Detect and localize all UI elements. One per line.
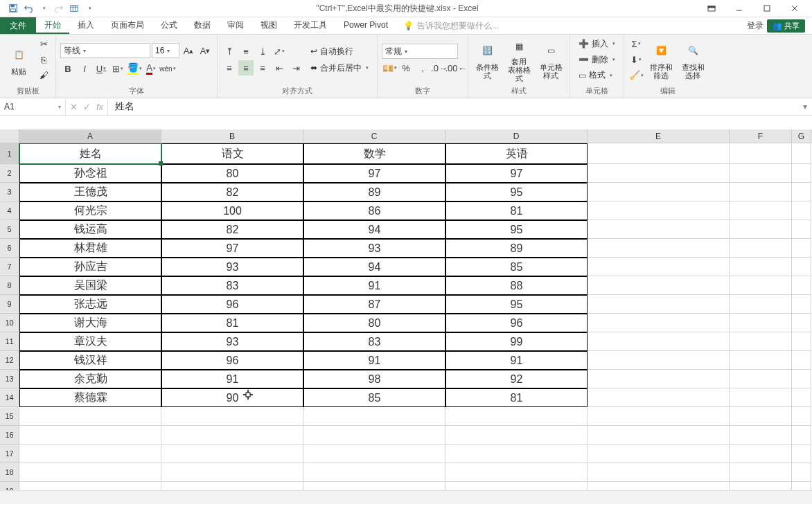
row-header-12[interactable]: 12 — [0, 351, 19, 370]
cell-C11[interactable]: 83 — [303, 332, 445, 351]
cell-G6[interactable] — [792, 239, 811, 258]
row-header-7[interactable]: 7 — [0, 258, 19, 276]
column-header-G[interactable]: G — [792, 129, 811, 143]
cell-E17[interactable] — [588, 445, 730, 463]
cell-A2[interactable]: 孙念祖 — [19, 164, 161, 183]
cell-B11[interactable]: 93 — [161, 332, 303, 351]
copy-icon[interactable]: ⎘ — [36, 53, 51, 67]
clear-icon[interactable]: 🧹 — [628, 68, 644, 82]
cell-G9[interactable] — [792, 295, 811, 314]
column-header-E[interactable]: E — [588, 129, 730, 143]
cell-D2[interactable]: 97 — [445, 164, 588, 183]
tab-developer[interactable]: 开发工具 — [285, 17, 335, 34]
cell-F5[interactable] — [730, 220, 792, 239]
row-header-19[interactable]: 19 — [0, 482, 19, 490]
row-header-16[interactable]: 16 — [0, 426, 19, 445]
cell-F6[interactable] — [730, 239, 792, 258]
cell-A16[interactable] — [19, 426, 161, 445]
cancel-formula-icon[interactable]: ✕ — [70, 102, 78, 112]
cell-E5[interactable] — [588, 220, 730, 239]
row-header-10[interactable]: 10 — [0, 314, 19, 332]
tab-file[interactable]: 文件 — [0, 17, 36, 34]
cell-B5[interactable]: 82 — [161, 220, 303, 239]
cell-B2[interactable]: 80 — [161, 164, 303, 183]
column-header-F[interactable]: F — [730, 129, 792, 143]
delete-cells-button[interactable]: ➖删除 — [574, 53, 619, 67]
format-cells-button[interactable]: ▭格式 — [574, 68, 619, 82]
tell-me-search[interactable]: 💡 告诉我您想要做什么... — [396, 17, 747, 34]
cell-F2[interactable] — [730, 164, 792, 183]
cell-F15[interactable] — [730, 407, 792, 426]
cell-E1[interactable] — [588, 143, 730, 164]
accounting-format-icon[interactable]: 💴 — [382, 60, 397, 75]
row-header-18[interactable]: 18 — [0, 463, 19, 482]
maximize-icon[interactable] — [753, 1, 781, 16]
cell-D17[interactable] — [445, 445, 588, 463]
cell-B7[interactable]: 93 — [161, 258, 303, 276]
cell-F12[interactable] — [730, 351, 792, 370]
cell-B13[interactable]: 91 — [161, 370, 303, 388]
fill-down-icon[interactable]: ⬇ — [628, 53, 644, 67]
accept-formula-icon[interactable]: ✓ — [83, 102, 91, 112]
cell-A15[interactable] — [19, 407, 161, 426]
cell-G17[interactable] — [792, 445, 811, 463]
increase-font-icon[interactable]: A▴ — [181, 43, 196, 58]
tab-data[interactable]: 数据 — [186, 17, 219, 34]
column-header-C[interactable]: C — [303, 129, 445, 143]
row-header-17[interactable]: 17 — [0, 445, 19, 463]
cell-F19[interactable] — [730, 482, 792, 490]
wrap-text-button[interactable]: ↩自动换行 — [306, 44, 373, 59]
format-as-table-button[interactable]: ▦套用 表格格式 — [504, 37, 533, 82]
cell-F11[interactable] — [730, 332, 792, 351]
cell-G5[interactable] — [792, 220, 811, 239]
orientation-icon[interactable]: ⤢ — [272, 44, 287, 59]
cell-A11[interactable]: 章汉夫 — [19, 332, 161, 351]
cell-A14[interactable]: 蔡德霖 — [19, 388, 161, 407]
cell-E7[interactable] — [588, 258, 730, 276]
cell-F16[interactable] — [730, 426, 792, 445]
minimize-icon[interactable] — [725, 1, 753, 16]
cell-E19[interactable] — [588, 482, 730, 490]
tab-view[interactable]: 视图 — [252, 17, 285, 34]
cell-F13[interactable] — [730, 370, 792, 388]
fill-handle[interactable] — [159, 161, 163, 165]
cell-G8[interactable] — [792, 276, 811, 295]
cell-E14[interactable] — [588, 388, 730, 407]
cell-C8[interactable]: 91 — [303, 276, 445, 295]
cell-E6[interactable] — [588, 239, 730, 258]
cell-G12[interactable] — [792, 351, 811, 370]
cell-A6[interactable]: 林君雄 — [19, 239, 161, 258]
cell-C2[interactable]: 97 — [303, 164, 445, 183]
cell-D16[interactable] — [445, 426, 588, 445]
cell-G16[interactable] — [792, 426, 811, 445]
cell-D11[interactable]: 99 — [445, 332, 588, 351]
redo-icon[interactable] — [51, 1, 67, 16]
font-name-combo[interactable]: 等线 — [60, 43, 150, 58]
cell-B1[interactable]: 语文 — [161, 143, 303, 164]
cell-C3[interactable]: 89 — [303, 183, 445, 201]
cell-B14[interactable]: 90 — [161, 388, 303, 407]
share-button[interactable]: 👥共享 — [767, 19, 805, 33]
cell-C6[interactable]: 93 — [303, 239, 445, 258]
cell-styles-button[interactable]: ▭单元格样式 — [536, 37, 565, 82]
cell-A8[interactable]: 吴国梁 — [19, 276, 161, 295]
align-center-icon[interactable]: ≡ — [238, 60, 254, 75]
format-painter-icon[interactable]: 🖌 — [36, 68, 51, 82]
row-header-1[interactable]: 1 — [0, 143, 19, 164]
cell-D12[interactable]: 91 — [445, 351, 588, 370]
cell-F17[interactable] — [730, 445, 792, 463]
cell-D8[interactable]: 88 — [445, 276, 588, 295]
cell-G11[interactable] — [792, 332, 811, 351]
cell-B9[interactable]: 96 — [161, 295, 303, 314]
cell-E10[interactable] — [588, 314, 730, 332]
tab-insert[interactable]: 插入 — [69, 17, 103, 34]
row-header-15[interactable]: 15 — [0, 407, 19, 426]
bold-button[interactable]: B — [60, 61, 76, 76]
row-header-5[interactable]: 5 — [0, 220, 19, 239]
undo-dropdown[interactable] — [36, 1, 51, 16]
cell-F18[interactable] — [730, 463, 792, 482]
cell-G10[interactable] — [792, 314, 811, 332]
cell-E13[interactable] — [588, 370, 730, 388]
qat-customize[interactable] — [82, 1, 97, 16]
row-header-3[interactable]: 3 — [0, 183, 19, 201]
